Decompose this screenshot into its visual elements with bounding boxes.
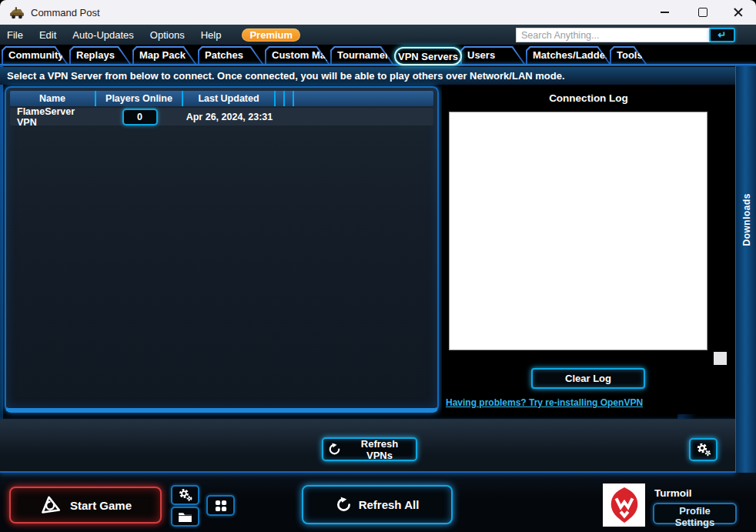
refresh-all-label: Refresh All [359,498,420,511]
menu-bar: File Edit Auto-Updates Options Help Prem… [0,25,756,45]
left-edge-accent [0,66,3,473]
tab-users[interactable]: Users [460,46,525,64]
players-online-badge: 0 [122,109,158,125]
clear-log-button[interactable]: Clear Log [531,368,645,389]
game-emblem-icon [38,493,62,517]
menu-file[interactable]: File [7,29,23,41]
refresh-vpns-button[interactable]: Refresh VPNs [322,437,417,461]
column-header-filler [294,91,433,106]
menu-options[interactable]: Options [150,29,185,41]
title-bar[interactable]: Command Post [0,0,756,25]
return-arrow-icon: ↵ [718,30,727,41]
command-post-window: Command Post File Edit Auto-Updates Opti… [0,0,756,532]
menu-auto-updates[interactable]: Auto-Updates [72,29,134,41]
downloads-drawer-tab[interactable]: Downloads [735,66,756,473]
tab-tools[interactable]: Tools [610,46,647,64]
search-input[interactable] [516,28,714,42]
tab-label: Users [467,46,495,64]
server-name: FlameServer VPN [10,106,96,128]
vpn-actions-strip: Refresh VPNs [0,419,735,473]
tab-matches-ladders[interactable]: Matches/Ladders [526,46,610,64]
settings-button[interactable] [171,485,199,505]
tab-label: Tools [617,46,643,64]
tab-community[interactable]: Community [2,46,68,64]
close-button[interactable] [721,0,756,25]
connection-log-title: Connection Log [442,92,735,104]
tab-label: Tournaments [337,46,400,64]
search-submit-button[interactable]: ↵ [709,28,735,42]
log-scrollbar-corner[interactable] [714,352,727,365]
column-header-empty-2[interactable] [285,91,294,106]
instruction-text: Select a VPN Server from below to connec… [0,67,735,85]
refresh-vpns-label: Refresh VPNs [348,438,411,461]
tab-custom-maps[interactable]: Custom Maps [265,46,329,64]
column-header-name[interactable]: Name [10,91,96,106]
tab-label: Community [8,46,64,64]
tab-label: Patches [205,46,243,64]
apps-grid-button[interactable] [206,495,235,516]
tab-label: Matches/Ladders [533,46,614,64]
connection-log-output[interactable] [449,112,707,350]
close-icon [734,8,743,17]
menu-edit[interactable]: Edit [39,29,56,41]
open-folder-button[interactable] [171,507,199,527]
turmoil-crest-icon [607,486,642,524]
column-header-last-updated[interactable]: Last Updated [183,91,276,106]
minimize-button[interactable] [647,0,682,25]
connection-log-panel: Connection Log Clear Log Having problems… [442,86,735,414]
tab-tournaments[interactable]: Tournaments [330,46,393,64]
openvpn-help-link[interactable]: Having problems? Try re-installing OpenV… [446,397,643,408]
vpn-server-table: Name Players Online Last Updated FlameSe… [5,86,439,413]
column-header-empty-1[interactable] [276,91,285,106]
tab-bar: Community Replays Map Pack Patches Custo… [0,45,756,66]
table-header: Name Players Online Last Updated [10,91,433,106]
menu-help[interactable]: Help [201,29,222,41]
refresh-all-button[interactable]: Refresh All [302,485,453,524]
refresh-icon [336,497,352,513]
minimize-icon [661,12,669,13]
vpn-servers-page: Select a VPN Server from below to connec… [0,66,756,473]
tab-vpn-servers[interactable]: VPN Servers [394,47,462,65]
tab-label: Map Pack [139,46,186,64]
tab-replays[interactable]: Replays [69,46,131,64]
username-label: Turmoil [654,487,692,499]
premium-badge[interactable]: Premium [242,28,300,42]
start-game-button[interactable]: Start Game [9,487,162,524]
jeep-icon [9,5,25,19]
window-title: Command Post [31,0,100,25]
user-avatar[interactable] [603,483,645,527]
gear-icon [177,487,194,503]
folder-icon [178,511,192,522]
downloads-label: Downloads [741,193,752,246]
tab-label: VPN Servers [398,51,458,62]
column-header-players-online[interactable]: Players Online [96,91,183,106]
footer-bar: Start Game [0,473,756,532]
server-players-cell: 0 [96,109,183,125]
server-last-updated: Apr 26, 2024, 23:31 [183,112,276,122]
maximize-icon [698,8,707,17]
tab-patches[interactable]: Patches [198,46,263,64]
profile-settings-button[interactable]: Profile Settings [653,503,737,524]
tab-label: Custom Maps [272,46,337,64]
refresh-icon [328,443,341,456]
gear-icon [695,442,712,457]
tab-label: Replays [76,46,115,64]
vpn-server-row[interactable]: FlameServer VPN 0 Apr 26, 2024, 23:31 [10,108,433,125]
vpn-settings-button[interactable] [689,438,718,461]
apps-grid-icon [215,500,227,512]
tab-map-pack[interactable]: Map Pack [132,46,196,64]
maximize-button[interactable] [685,0,721,25]
start-game-label: Start Game [70,499,132,512]
